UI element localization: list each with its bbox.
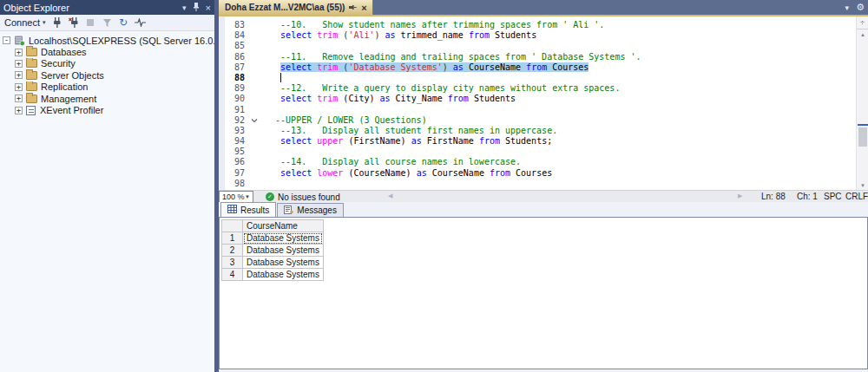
grid-column-header[interactable]: CourseName (243, 220, 324, 232)
line-number[interactable]: 98 (225, 179, 249, 189)
tree-item-databases[interactable]: +Databases (0, 46, 214, 57)
scroll-right-icon[interactable]: ▶ (738, 193, 742, 199)
tree-item-security[interactable]: +Security (0, 58, 214, 69)
tree-item-management[interactable]: +Management (0, 93, 214, 104)
grid-row-number[interactable]: 1 (222, 232, 243, 245)
code-line-95[interactable] (260, 147, 856, 157)
code-token: 'Ali' (348, 30, 374, 40)
scroll-left-icon[interactable]: ◀ (388, 193, 392, 199)
code-line-97[interactable]: select lower (CourseName) as CourseName … (260, 168, 856, 179)
gear-icon[interactable]: ⚙ (856, 2, 865, 13)
code-line-93[interactable]: --13. Display all student first names in… (260, 126, 856, 136)
tree-item-label: Replication (41, 82, 88, 92)
close-icon[interactable]: × (361, 3, 366, 12)
grid-row-number[interactable]: 4 (222, 269, 243, 281)
tree-item-xevent-profiler[interactable]: +XEvent Profiler (0, 104, 214, 115)
expand-icon[interactable]: + (15, 49, 23, 56)
code-token: ) (443, 62, 453, 72)
code-line-96[interactable]: --14. Display all course names in lowerc… (260, 157, 856, 167)
xevent-icon (26, 106, 36, 115)
line-number[interactable]: 90 (225, 94, 249, 104)
expand-icon[interactable]: + (15, 95, 23, 102)
expand-icon[interactable]: + (15, 60, 23, 68)
refresh-icon[interactable]: ↻ (118, 17, 129, 29)
line-number[interactable]: 92 (225, 115, 249, 126)
code-line-87[interactable]: select trim ('Database Systems') as Cour… (260, 62, 856, 73)
connect-plug-icon[interactable] (52, 17, 63, 29)
document-region: Doha Ezzat M...V2MC\aa (55)) × ▾ ⚙ 83848… (219, 0, 868, 372)
pin-icon[interactable] (193, 3, 200, 13)
code-line-83[interactable]: --10. Show student names after trimming … (260, 20, 856, 30)
code-token: City_Name (396, 94, 448, 103)
line-number[interactable]: 89 (225, 83, 249, 94)
code-token: upper (317, 136, 348, 146)
expand-icon[interactable]: + (15, 83, 23, 91)
grid-row-number[interactable]: 2 (222, 245, 243, 257)
code-line-84[interactable]: select trim ('Ali') as trimmed_name from… (260, 30, 856, 41)
editor-status-strip: 100 % ▼ ✓ No issues found ◀ ▶ Ln: 88 Ch:… (219, 190, 868, 202)
tree-item-localhost-sqlexpress-sql-serve[interactable]: -Localhost\SQLEXPRESS (SQL Server 16.0.1… (0, 35, 214, 46)
grid-cell[interactable]: Database Systems (243, 245, 324, 257)
line-number[interactable]: 93 (225, 126, 249, 136)
code-token: --14. Display all course names in lowerc… (260, 157, 521, 166)
expand-icon[interactable]: + (15, 71, 23, 79)
line-number[interactable]: 85 (225, 41, 249, 51)
stop-icon[interactable] (85, 17, 96, 29)
filter-icon[interactable] (102, 17, 113, 29)
code-line-85[interactable] (260, 41, 856, 51)
split-view-grip-icon[interactable]: ÷ (857, 16, 868, 29)
grid-cell[interactable]: Database Systems (243, 257, 324, 269)
expand-icon[interactable]: + (15, 107, 23, 114)
line-number[interactable]: 88 (225, 73, 249, 83)
connect-button[interactable]: Connect ▾ (4, 17, 46, 28)
disconnect-plug-icon[interactable] (69, 17, 80, 29)
code-line-90[interactable]: select trim (City) as City_Name from Stu… (260, 94, 856, 104)
scroll-down-icon[interactable]: ▼ (857, 183, 868, 188)
tab-results[interactable]: Results (220, 202, 276, 217)
line-number[interactable]: 91 (225, 105, 249, 115)
line-number[interactable]: 95 (225, 147, 249, 157)
tree-item-replication[interactable]: +Replication (0, 82, 214, 93)
line-number[interactable]: 87 (225, 62, 249, 73)
grid-cell[interactable]: Database Systems (243, 269, 324, 281)
code-line-92[interactable]: --UPPER / LOWER (3 Questions) (260, 115, 856, 126)
grid-corner-cell[interactable] (222, 220, 243, 232)
editor-vertical-scrollbar[interactable]: ÷ ▲ ▼ (856, 16, 868, 190)
zoom-level-selector[interactable]: 100 % ▼ (219, 191, 253, 203)
document-tab[interactable]: Doha Ezzat M...V2MC\aa (55)) × (219, 0, 373, 15)
code-token (260, 168, 280, 178)
code-outline-margin[interactable] (249, 20, 260, 189)
grid-cell[interactable]: Database Systems (243, 232, 324, 245)
fold-collapse-icon[interactable] (249, 115, 260, 126)
line-number[interactable]: 96 (225, 157, 249, 167)
activity-icon[interactable] (135, 17, 146, 29)
line-number[interactable]: 83 (225, 20, 249, 30)
line-number[interactable]: 97 (225, 168, 249, 179)
code-line-94[interactable]: select upper (FirstName) as FirstName fr… (260, 136, 856, 147)
code-line-88[interactable] (260, 73, 856, 83)
outline-margin-cell (249, 179, 260, 189)
code-line-91[interactable] (260, 105, 856, 115)
grid-row-number[interactable]: 3 (222, 257, 243, 269)
scroll-up-icon[interactable]: ▲ (857, 32, 868, 37)
document-list-icon[interactable]: ▾ (845, 3, 850, 12)
code-token: (CourseName) (348, 168, 416, 178)
breakpoint-margin[interactable] (219, 16, 225, 190)
close-icon[interactable]: × (206, 3, 211, 12)
tree-item-server-objects[interactable]: +Server Objects (0, 69, 214, 81)
line-number[interactable]: 84 (225, 30, 249, 41)
sql-code-editor[interactable]: 83848586878889909192939495969798 --10. S… (219, 16, 868, 190)
tab-messages[interactable]: Messages (277, 203, 344, 217)
scrollbar-thumb[interactable] (858, 127, 867, 147)
code-area[interactable]: --10. Show student names after trimming … (260, 20, 856, 189)
messages-icon (284, 206, 293, 216)
line-number[interactable]: 86 (225, 52, 249, 62)
collapse-icon[interactable]: - (3, 36, 10, 44)
code-line-98[interactable] (260, 179, 856, 189)
code-line-89[interactable]: --12. Write a query to display city name… (260, 83, 856, 94)
pin-icon[interactable] (349, 3, 357, 11)
code-health-indicator[interactable]: ✓ No issues found (266, 191, 340, 203)
code-line-86[interactable]: --11. Remove leading and trailing spaces… (260, 52, 856, 62)
line-number[interactable]: 94 (225, 136, 249, 147)
window-menu-icon[interactable]: ▾ (182, 3, 187, 12)
